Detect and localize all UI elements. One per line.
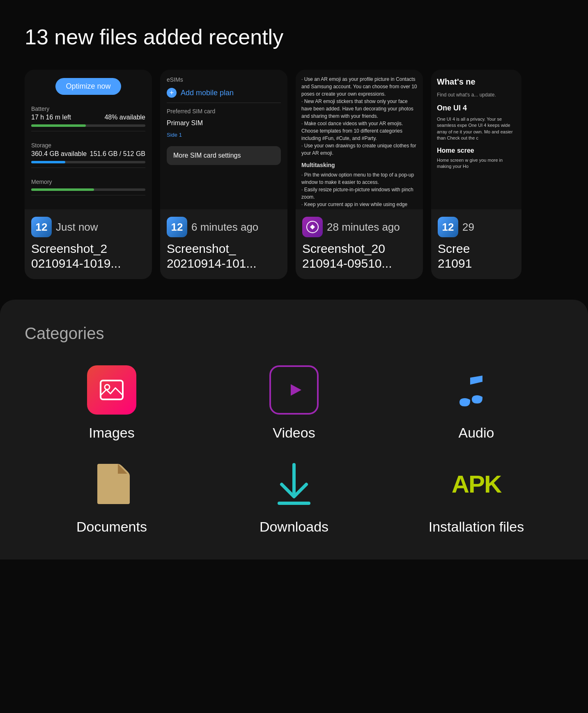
page-container: 13 new files added recently Optimize now… [0, 0, 588, 559]
apk-icon: APK [452, 470, 501, 498]
multi-line2: · Easily resize picture-in-picture windo… [301, 186, 417, 201]
documents-icon [91, 461, 132, 507]
documents-label: Documents [76, 519, 147, 535]
filename-1: Screenshot_20210914-1019... [31, 241, 145, 271]
storage-label: Storage [31, 142, 145, 149]
text-line4: · Use your own drawings to create unique… [301, 142, 417, 157]
primary-sim-sub: Side 1 [167, 132, 281, 138]
storage-used: 151.6 GB / 512 GB [90, 150, 145, 158]
time-ago-3: 28 minutes ago [327, 221, 400, 234]
storage-available: 360.4 GB available [31, 150, 87, 158]
app-icon-2: 12 [167, 217, 187, 237]
screenshot-card-3[interactable]: · Use an AR emoji as your profile pictur… [296, 70, 423, 279]
downloads-icon [273, 461, 315, 507]
add-mobile-plan: + Add mobile plan [167, 88, 281, 98]
page-title: 13 new files added recently [25, 25, 563, 49]
category-item-audio[interactable]: Audio [389, 363, 563, 441]
screenshot-card-1[interactable]: Optimize now Battery 17 h 16 m left 48% … [25, 70, 152, 279]
memory-stat: Memory [31, 174, 145, 195]
audio-icon [454, 367, 499, 413]
app-icon-1: 12 [31, 217, 52, 237]
category-item-downloads[interactable]: Downloads [207, 457, 381, 535]
filename-3: Screenshot_20210914-09510... [302, 241, 416, 271]
apk-text: APK [452, 470, 501, 498]
battery-stat: Battery 17 h 16 m left 48% available [31, 101, 145, 131]
battery-time: 17 h 16 m left [31, 114, 71, 121]
installation-icon-wrapper: APK [450, 457, 503, 511]
battery-pct: 48% available [104, 114, 145, 121]
time-ago-2: 6 minutes ago [191, 221, 258, 234]
audio-label: Audio [459, 425, 494, 441]
card-4-info: 12 29 Scree21091 [431, 209, 521, 279]
svg-point-2 [105, 385, 110, 390]
images-label: Images [89, 425, 135, 441]
installation-label: Installation files [429, 519, 524, 535]
whats-new-title: What's ne [437, 76, 516, 88]
screenshot-card-2[interactable]: eSIMs + Add mobile plan Preferred SIM ca… [160, 70, 287, 279]
categories-section: Categories Images [0, 300, 588, 559]
multitasking-title: Multitasking [301, 161, 417, 170]
category-item-documents[interactable]: Documents [25, 457, 199, 535]
esim-label: eSIMs [167, 76, 281, 83]
videos-label: Videos [273, 425, 315, 441]
whats-new-sub: Find out what's a... update. [437, 91, 516, 99]
preview-4: What's ne Find out what's a... update. O… [431, 70, 521, 209]
images-icon [87, 365, 136, 415]
svg-rect-1 [101, 381, 123, 399]
card-3-info: 28 minutes ago Screenshot_20210914-09510… [296, 209, 423, 279]
text-line3: · Make cool dance videos with your AR em… [301, 120, 417, 142]
card-2-info: 12 6 minutes ago Screenshot_20210914-101… [160, 209, 287, 279]
preview-3: · Use an AR emoji as your profile pictur… [296, 70, 423, 209]
plus-icon: + [167, 88, 177, 98]
primary-sim: Primary SIM [167, 119, 281, 127]
categories-title: Categories [25, 324, 563, 343]
category-item-installation[interactable]: APK Installation files [389, 457, 563, 535]
app-icon-4: 12 [438, 217, 458, 237]
videos-icon-wrapper [267, 363, 321, 417]
more-sim-settings: More SIM card settings [167, 146, 281, 165]
screenshots-row: Optimize now Battery 17 h 16 m left 48% … [25, 70, 563, 279]
filename-2: Screenshot_20210914-101... [167, 241, 281, 271]
audio-icon-wrapper [450, 363, 503, 417]
storage-stat: Storage 360.4 GB available 151.6 GB / 51… [31, 138, 145, 168]
card-1-info: 12 Just now Screenshot_20210914-1019... [25, 209, 152, 279]
time-ago-4: 29 [462, 221, 474, 234]
time-ago-1: Just now [56, 221, 98, 234]
app-icon-3 [302, 217, 323, 237]
screenshot-card-4[interactable]: What's ne Find out what's a... update. O… [431, 70, 521, 279]
documents-icon-wrapper [85, 457, 138, 511]
preview-1: Optimize now Battery 17 h 16 m left 48% … [25, 70, 152, 209]
filename-4: Scree21091 [438, 241, 515, 271]
battery-label: Battery [31, 105, 145, 112]
svg-marker-3 [291, 384, 301, 396]
multi-line1: · Pin the window option menu to the top … [301, 171, 417, 186]
preferred-sim-label: Preferred SIM card [167, 108, 281, 115]
downloads-label: Downloads [260, 519, 328, 535]
category-item-images[interactable]: Images [25, 363, 199, 441]
videos-icon [269, 365, 319, 415]
text-line2: · New AR emoji stickers that show only y… [301, 98, 417, 120]
optimize-btn: Optimize now [55, 78, 121, 95]
text-line1: · Use an AR emoji as your profile pictur… [301, 76, 417, 98]
multi-line3: · Keep your current app in view while us… [301, 201, 417, 209]
category-item-videos[interactable]: Videos [207, 363, 381, 441]
memory-label: Memory [31, 179, 145, 185]
preview-2: eSIMs + Add mobile plan Preferred SIM ca… [160, 70, 287, 209]
categories-grid: Images Videos [25, 363, 563, 535]
images-icon-wrapper [85, 363, 138, 417]
downloads-icon-wrapper [267, 457, 321, 511]
